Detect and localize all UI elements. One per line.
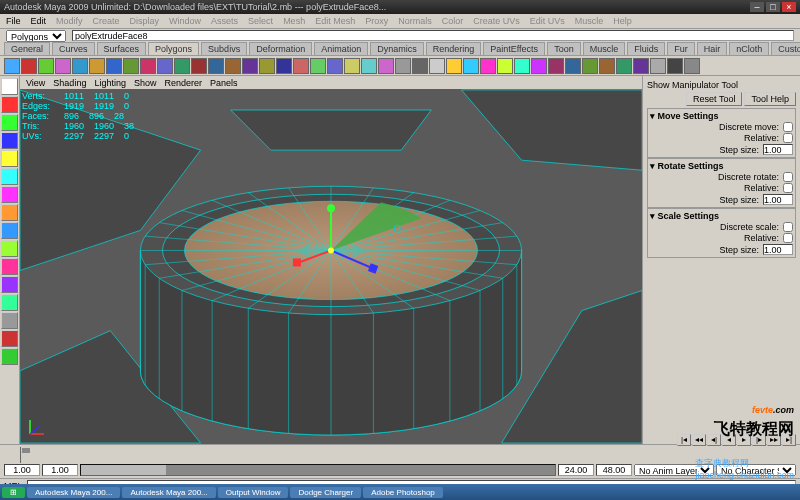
shelf-icon-31[interactable] [531,58,547,74]
shelf-icon-32[interactable] [548,58,564,74]
menu-mesh[interactable]: Mesh [283,16,305,26]
module-selector[interactable]: Polygons [6,30,66,42]
field-discreterotate[interactable] [783,172,793,182]
vp-menu-panels[interactable]: Panels [210,78,238,88]
shelf-tab-dynamics[interactable]: Dynamics [370,42,424,55]
shelf-icon-33[interactable] [565,58,581,74]
menu-assets[interactable]: Assets [211,16,238,26]
shelf-icon-21[interactable] [361,58,377,74]
shelf-tab-muscle[interactable]: Muscle [583,42,626,55]
tool-button-1[interactable] [1,96,18,113]
close-button[interactable]: × [782,2,796,12]
vp-menu-renderer[interactable]: Renderer [164,78,202,88]
viewport[interactable]: Verts:101110110Edges:191919190Faces:8968… [20,89,642,444]
status-field[interactable] [72,30,794,41]
shelf-icon-12[interactable] [208,58,224,74]
tool-button-10[interactable] [1,258,18,275]
start-button[interactable]: ⊞ [2,487,25,498]
range-end-inner[interactable] [558,464,594,476]
shelf-icon-37[interactable] [633,58,649,74]
reset-tool-button[interactable]: Reset Tool [686,92,742,106]
task-item[interactable]: Autodesk Maya 200... [27,487,120,498]
shelf-icon-10[interactable] [174,58,190,74]
shelf-icon-27[interactable] [463,58,479,74]
tool-button-14[interactable] [1,330,18,347]
task-item[interactable]: Dodge Charger [290,487,361,498]
shelf-icon-28[interactable] [480,58,496,74]
field-relative[interactable] [783,183,793,193]
shelf-tab-custom[interactable]: Custom [771,42,800,55]
menu-create-uvs[interactable]: Create UVs [473,16,520,26]
shelf-icon-1[interactable] [21,58,37,74]
shelf-tab-ncloth[interactable]: nCloth [729,42,769,55]
shelf-icon-18[interactable] [310,58,326,74]
shelf-icon-3[interactable] [55,58,71,74]
step-back-button[interactable]: ◂◂ [692,434,706,446]
field-relative[interactable] [783,133,793,143]
range-start-outer[interactable] [4,464,40,476]
shelf-tab-general[interactable]: General [4,42,50,55]
menu-proxy[interactable]: Proxy [365,16,388,26]
menu-color[interactable]: Color [442,16,464,26]
menu-edit-uvs[interactable]: Edit UVs [530,16,565,26]
shelf-icon-14[interactable] [242,58,258,74]
field-discretemove[interactable] [783,122,793,132]
tool-button-13[interactable] [1,312,18,329]
menu-window[interactable]: Window [169,16,201,26]
shelf-icon-4[interactable] [72,58,88,74]
shelf-icon-6[interactable] [106,58,122,74]
rewind-start-button[interactable]: |◂ [677,434,691,446]
shelf-icon-2[interactable] [38,58,54,74]
shelf-tab-animation[interactable]: Animation [314,42,368,55]
shelf-icon-40[interactable] [684,58,700,74]
shelf-icon-23[interactable] [395,58,411,74]
range-start-inner[interactable] [42,464,78,476]
shelf-icon-20[interactable] [344,58,360,74]
tool-button-2[interactable] [1,114,18,131]
menu-normals[interactable]: Normals [398,16,432,26]
menu-create[interactable]: Create [93,16,120,26]
shelf-tab-fur[interactable]: Fur [667,42,695,55]
shelf-icon-16[interactable] [276,58,292,74]
menu-help[interactable]: Help [613,16,632,26]
shelf-icon-36[interactable] [616,58,632,74]
shelf-tab-toon[interactable]: Toon [547,42,581,55]
vp-menu-show[interactable]: Show [134,78,157,88]
task-item[interactable]: Output Window [218,487,289,498]
shelf-icon-24[interactable] [412,58,428,74]
tool-button-4[interactable] [1,150,18,167]
shelf-icon-38[interactable] [650,58,666,74]
shelf-tab-curves[interactable]: Curves [52,42,95,55]
field-stepsize[interactable] [763,144,793,155]
shelf-icon-30[interactable] [514,58,530,74]
field-relative[interactable] [783,233,793,243]
tool-button-12[interactable] [1,294,18,311]
range-end-outer[interactable] [596,464,632,476]
tool-button-9[interactable] [1,240,18,257]
menu-select[interactable]: Select [248,16,273,26]
shelf-icon-13[interactable] [225,58,241,74]
shelf-tab-painteffects[interactable]: PaintEffects [483,42,545,55]
shelf-icon-29[interactable] [497,58,513,74]
shelf-icon-0[interactable] [4,58,20,74]
shelf-icon-9[interactable] [157,58,173,74]
tool-button-5[interactable] [1,168,18,185]
shelf-tab-hair[interactable]: Hair [697,42,728,55]
tool-help-button[interactable]: Tool Help [744,92,796,106]
tool-button-7[interactable] [1,204,18,221]
tool-button-8[interactable] [1,222,18,239]
menu-edit[interactable]: Edit [31,16,47,26]
shelf-tab-deformation[interactable]: Deformation [249,42,312,55]
shelf-tab-rendering[interactable]: Rendering [426,42,482,55]
shelf-icon-11[interactable] [191,58,207,74]
shelf-icon-39[interactable] [667,58,683,74]
menu-muscle[interactable]: Muscle [575,16,604,26]
tool-button-11[interactable] [1,276,18,293]
field-stepsize[interactable] [763,194,793,205]
shelf-icon-7[interactable] [123,58,139,74]
shelf-icon-19[interactable] [327,58,343,74]
field-discretescale[interactable] [783,222,793,232]
menu-display[interactable]: Display [130,16,160,26]
vp-menu-lighting[interactable]: Lighting [94,78,126,88]
menu-file[interactable]: File [6,16,21,26]
